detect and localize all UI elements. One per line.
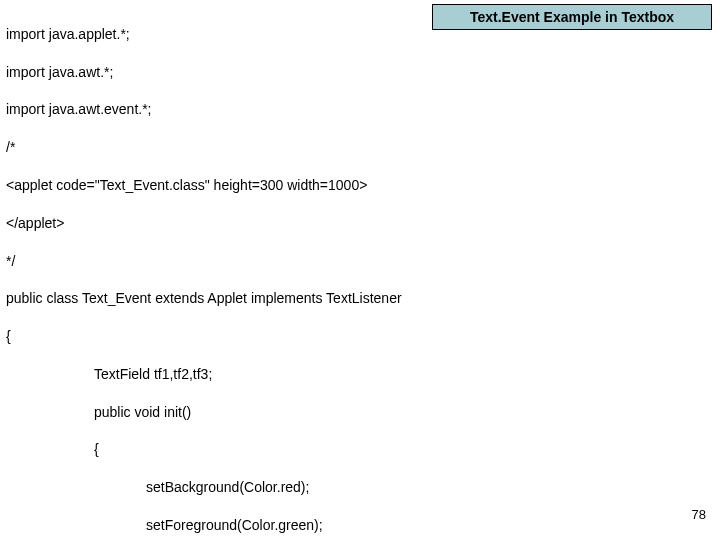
code-line: */ bbox=[6, 252, 714, 271]
code-line: public void init() bbox=[94, 403, 714, 422]
code-line: import java.awt.*; bbox=[6, 63, 714, 82]
code-line: import java.awt.event.*; bbox=[6, 100, 714, 119]
code-line: </applet> bbox=[6, 214, 714, 233]
code-line: setBackground(Color.red); bbox=[146, 478, 714, 497]
code-line: /* bbox=[6, 138, 714, 157]
code-line: { bbox=[94, 440, 714, 459]
page-number: 78 bbox=[692, 507, 706, 522]
code-line: import java.applet.*; bbox=[6, 25, 714, 44]
code-block: import java.applet.*; import java.awt.*;… bbox=[6, 6, 714, 540]
code-line: <applet code="Text_Event.class" height=3… bbox=[6, 176, 714, 195]
code-line: TextField tf1,tf2,tf3; bbox=[94, 365, 714, 384]
code-line: public class Text_Event extends Applet i… bbox=[6, 289, 714, 308]
code-line: setForeground(Color.green); bbox=[146, 516, 714, 535]
page-number-text: 78 bbox=[692, 507, 706, 522]
code-line: { bbox=[6, 327, 714, 346]
